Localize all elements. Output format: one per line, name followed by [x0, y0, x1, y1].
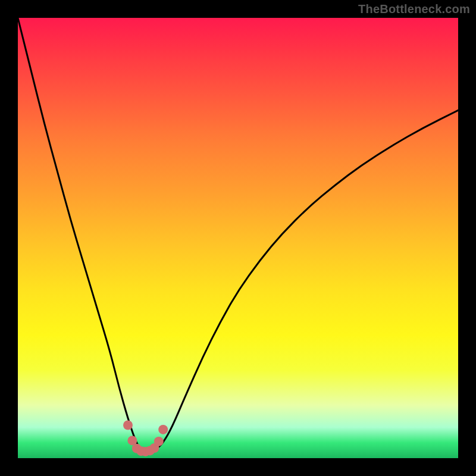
plot-area [18, 18, 458, 458]
trough-marker [123, 421, 133, 430]
chart-svg [18, 18, 458, 458]
watermark-text: TheBottleneck.com [358, 2, 470, 16]
trough-markers-group [123, 421, 168, 456]
trough-marker [158, 425, 168, 434]
curve-line [18, 18, 458, 451]
trough-marker [154, 437, 164, 446]
chart-frame: TheBottleneck.com [0, 0, 476, 476]
